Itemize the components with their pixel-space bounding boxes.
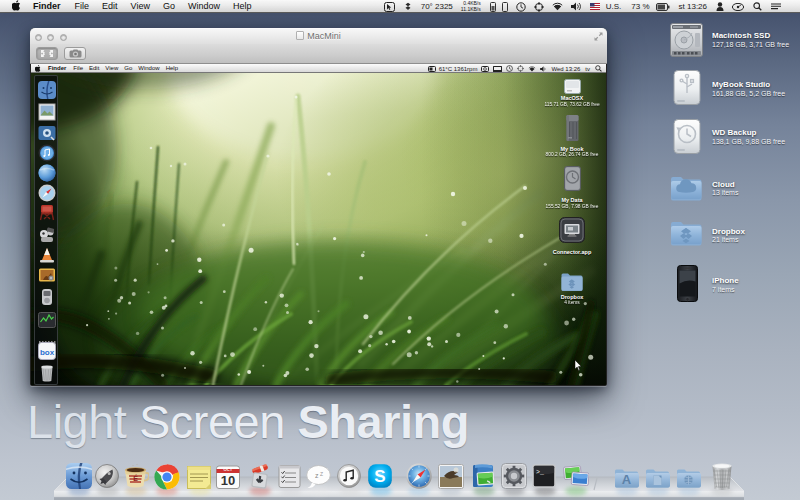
svg-text:>_: >_ — [536, 469, 544, 476]
svg-text:box: box — [40, 348, 55, 357]
svg-text:É: É — [133, 474, 138, 482]
svg-text:10: 10 — [221, 473, 235, 488]
svg-text:Z: Z — [320, 471, 323, 477]
svg-text:OCT: OCT — [224, 467, 233, 472]
svg-text:A: A — [622, 472, 632, 487]
svg-text:z: z — [315, 472, 319, 479]
svg-text:S: S — [374, 467, 385, 486]
